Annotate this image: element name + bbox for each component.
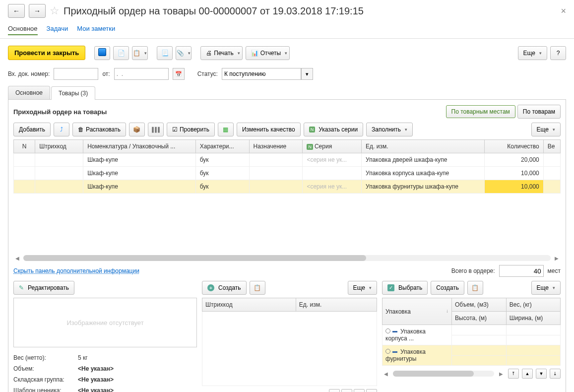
- check-button[interactable]: ☑ Проверить: [167, 123, 215, 136]
- col-height[interactable]: Высота, (м): [452, 312, 507, 325]
- status-dropdown-button[interactable]: ▾: [301, 68, 313, 80]
- scroll-left-icon[interactable]: ◀: [13, 256, 21, 261]
- up2-button[interactable]: ▲: [522, 369, 533, 379]
- col-unit[interactable]: Ед. изм.: [362, 140, 485, 153]
- reports-button[interactable]: 📊 Отчеты: [246, 46, 290, 60]
- first2-button[interactable]: ⤒: [508, 369, 519, 379]
- col-unit2[interactable]: Ед. изм.: [296, 298, 377, 312]
- last2-button[interactable]: ⤓: [550, 369, 561, 379]
- col-weight[interactable]: Ве: [543, 140, 560, 153]
- right-more-button[interactable]: Еще: [531, 281, 561, 295]
- save-button[interactable]: [94, 46, 110, 60]
- tab-main[interactable]: Основное: [8, 25, 38, 35]
- change-quality-button[interactable]: Изменить качество: [237, 123, 301, 136]
- date-input[interactable]: [114, 68, 169, 80]
- col-char[interactable]: Характери...: [195, 140, 249, 153]
- status-input[interactable]: [222, 68, 301, 80]
- box-icon-button[interactable]: 📦: [129, 123, 145, 136]
- volume-value: <Не указан>: [78, 365, 114, 372]
- col-qty[interactable]: Количество: [485, 140, 544, 153]
- by-places-button[interactable]: По товарным местам: [446, 105, 515, 118]
- total-input[interactable]: [499, 265, 544, 277]
- mid-more-button[interactable]: Еще: [348, 281, 377, 295]
- list-item[interactable]: Упаковка корпуса ...: [383, 325, 561, 335]
- page-title: Приходный ордер на товары 00-00000007 от…: [64, 5, 364, 17]
- goods-table: N Штрихкод Номенклатура / Упаковочный ..…: [13, 139, 561, 194]
- table-row[interactable]: Шкаф-купе бук <серия не ук... Упаковка ф…: [14, 180, 561, 194]
- favorite-icon[interactable]: ☆: [50, 4, 60, 17]
- copy2-icon-button[interactable]: 📋: [467, 281, 483, 295]
- col-pack[interactable]: Упаковка↓: [383, 298, 452, 325]
- post-close-button[interactable]: Провести и закрыть: [8, 46, 85, 60]
- col-barcode[interactable]: Штрихкод: [35, 140, 83, 153]
- create2-button[interactable]: Создать: [431, 281, 464, 295]
- doc-num-label: Вх. док. номер:: [8, 70, 50, 77]
- scroll-right-icon[interactable]: ▶: [553, 256, 561, 261]
- scroll-left2-icon[interactable]: ◀: [382, 371, 390, 377]
- fill-button[interactable]: Заполнить: [366, 123, 413, 136]
- doc-num-input[interactable]: [54, 68, 98, 80]
- barcode-icon-button[interactable]: ∥∥∥: [148, 123, 164, 136]
- col-nomenclature[interactable]: Номенклатура / Упаковочный ...: [83, 140, 196, 153]
- total-label: Всего в ордере:: [451, 267, 495, 274]
- image-placeholder: Изображение отсутствует: [13, 298, 197, 347]
- table-row[interactable]: Шкаф-купе бук <серия не ук... Упаковка д…: [14, 153, 561, 167]
- price-tpl-label: Шаблон ценника:: [13, 387, 78, 392]
- unpack-button[interactable]: 🗑 Распаковать: [72, 123, 126, 136]
- col-purpose[interactable]: Назначение: [249, 140, 303, 153]
- col-weight2[interactable]: Вес, (кг): [506, 298, 560, 312]
- total-unit: мест: [548, 267, 561, 274]
- based-on-button[interactable]: 📋: [132, 46, 148, 60]
- down2-button[interactable]: ▼: [536, 369, 547, 379]
- col-series[interactable]: NСерия: [303, 140, 362, 153]
- col-width[interactable]: Ширина, (м): [506, 312, 560, 325]
- radio-icon[interactable]: [385, 349, 390, 354]
- subtab-goods[interactable]: Товары (3): [51, 86, 95, 100]
- first-button[interactable]: ⤒: [329, 389, 340, 392]
- set-series-button[interactable]: NУказать серии: [304, 123, 363, 136]
- radio-icon[interactable]: [385, 328, 390, 333]
- share-icon-button[interactable]: ⤴: [54, 123, 69, 136]
- close-icon[interactable]: ×: [561, 6, 566, 16]
- up-button[interactable]: ▲: [341, 389, 352, 392]
- tab-notes[interactable]: Мои заметки: [77, 25, 115, 35]
- status-label: Статус:: [197, 70, 218, 77]
- last-button[interactable]: ⤓: [366, 389, 377, 392]
- down-button[interactable]: ▼: [354, 389, 365, 392]
- post-button[interactable]: 📄: [113, 46, 129, 60]
- table-row[interactable]: Шкаф-купе бук Упаковка корпуса шкафа-куп…: [14, 167, 561, 180]
- hscroll-track[interactable]: [23, 255, 551, 261]
- goods-more-button[interactable]: Еще: [531, 123, 561, 136]
- list-item[interactable]: Упаковка фурнитуры: [383, 345, 561, 356]
- scroll-right2-icon[interactable]: ▶: [497, 371, 505, 377]
- subtab-main[interactable]: Основное: [8, 86, 50, 99]
- add-button[interactable]: Добавить: [13, 123, 51, 136]
- col-barcode2[interactable]: Штрихкод: [202, 298, 296, 312]
- doc-icon-button[interactable]: 📃: [157, 46, 173, 60]
- tab-tasks[interactable]: Задачи: [47, 25, 68, 35]
- choose-button[interactable]: Выбрать: [382, 281, 428, 295]
- grid-icon-button[interactable]: ▦: [218, 123, 234, 136]
- sort-down-icon: ↓: [446, 308, 448, 314]
- attach-button[interactable]: 📎: [176, 46, 191, 60]
- forward-button[interactable]: →: [29, 4, 46, 18]
- back-button[interactable]: ←: [8, 4, 25, 18]
- print-button[interactable]: 🖨 Печать: [200, 46, 242, 60]
- create-button[interactable]: Создать: [202, 281, 247, 295]
- hide-panel-link[interactable]: Скрыть панель дополнительной информации: [13, 267, 139, 274]
- col-n[interactable]: N: [14, 140, 35, 153]
- more-button[interactable]: Еще: [518, 46, 547, 60]
- edit-button[interactable]: Редактировать: [13, 281, 74, 295]
- by-goods-button[interactable]: По товарам: [517, 105, 561, 119]
- hscroll-thumb[interactable]: [23, 255, 366, 261]
- hscroll2-thumb[interactable]: [393, 371, 474, 377]
- save-icon: [98, 48, 106, 58]
- weight-value: 5 кг: [78, 354, 88, 361]
- help-button[interactable]: ?: [550, 46, 566, 60]
- calendar-button[interactable]: 📅: [173, 68, 185, 80]
- goods-panel-title: Приходный ордер на товары: [13, 108, 107, 116]
- hscroll2-track[interactable]: [393, 371, 494, 377]
- copy-icon-button[interactable]: 📋: [250, 281, 265, 295]
- col-volume[interactable]: Объем, (м3): [452, 298, 507, 312]
- n-badge-icon: N: [309, 127, 316, 132]
